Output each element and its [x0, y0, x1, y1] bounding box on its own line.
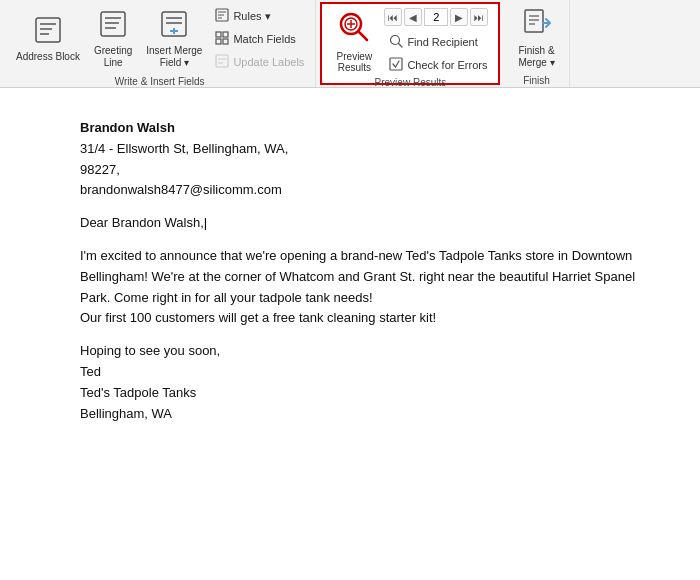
closing1-line: Hoping to see you soon,	[80, 341, 640, 362]
preview-results-controls: ⏮ ◀ ▶ ⏭ Find Recipient	[384, 8, 492, 75]
preview-results-group: PreviewResults ⏮ ◀ ▶ ⏭	[320, 2, 500, 85]
greeting-line-label: GreetingLine	[94, 45, 132, 69]
nav-page-input[interactable]	[424, 8, 448, 26]
nav-prev-button[interactable]: ◀	[404, 8, 422, 26]
nav-next-button[interactable]: ▶	[450, 8, 468, 26]
document-area: Brandon Walsh 31/4 - Ellsworth St, Belli…	[0, 88, 700, 580]
nav-last-button[interactable]: ⏭	[470, 8, 488, 26]
finish-group: Finish &Merge ▾ Finish	[504, 0, 569, 87]
find-recipient-button[interactable]: Find Recipient	[384, 32, 492, 52]
greeting-line-icon	[99, 10, 127, 43]
closing3-line: Ted's Tadpole Tanks	[80, 383, 640, 404]
find-recipient-icon	[389, 34, 403, 50]
svg-rect-19	[216, 39, 221, 44]
find-recipient-label: Find Recipient	[407, 36, 477, 48]
ribbon-toolbar: Address Block GreetingLine	[0, 0, 700, 88]
body2-line: Our first 100 customers will get a free …	[80, 308, 640, 329]
check-errors-icon	[389, 57, 403, 73]
svg-rect-31	[390, 58, 402, 70]
svg-rect-17	[216, 32, 221, 37]
address1-line: 31/4 - Ellsworth St, Bellingham, WA,	[80, 139, 640, 160]
update-labels-button[interactable]: Update Labels	[210, 52, 309, 73]
preview-results-button[interactable]: PreviewResults	[328, 8, 380, 75]
rules-button[interactable]: Rules ▾	[210, 6, 309, 27]
closing-block: Hoping to see you soon, Ted Ted's Tadpol…	[80, 341, 640, 424]
rules-label: Rules ▾	[233, 10, 270, 23]
update-labels-icon	[215, 54, 229, 71]
preview-results-group-label: Preview Results	[375, 75, 447, 88]
check-errors-label: Check for Errors	[407, 59, 487, 71]
svg-rect-34	[525, 10, 543, 32]
svg-rect-0	[36, 18, 60, 42]
svg-rect-20	[223, 39, 228, 44]
address2-line: 98227,	[80, 160, 640, 181]
rules-icon	[215, 8, 229, 25]
svg-line-30	[399, 44, 403, 48]
recipient-block: Brandon Walsh 31/4 - Ellsworth St, Belli…	[80, 118, 640, 201]
email-line: brandonwalsh8477@silicomm.com	[80, 180, 640, 201]
recipient-name-line: Brandon Walsh	[80, 118, 640, 139]
preview-results-icon	[337, 10, 371, 51]
finish-merge-label: Finish &Merge ▾	[518, 45, 554, 69]
svg-line-33	[396, 61, 400, 67]
body-block: I'm excited to announce that we're openi…	[80, 246, 640, 329]
body1-line: I'm excited to announce that we're openi…	[80, 246, 640, 308]
closing2-line: Ted	[80, 362, 640, 383]
preview-results-inner: PreviewResults ⏮ ◀ ▶ ⏭	[328, 8, 492, 75]
address-block-icon	[34, 16, 62, 49]
finish-merge-button[interactable]: Finish &Merge ▾	[512, 4, 560, 73]
address-block-button[interactable]: Address Block	[10, 4, 86, 74]
write-insert-group-label: Write & Insert Fields	[115, 74, 205, 87]
address-block-label: Address Block	[16, 51, 80, 63]
svg-rect-21	[216, 55, 228, 67]
svg-line-26	[358, 31, 367, 40]
closing4-line: Bellingham, WA	[80, 404, 640, 425]
insert-merge-field-button[interactable]: Insert MergeField ▾	[140, 4, 208, 74]
rules-column: Rules ▾ Match Fields Update Labels	[210, 6, 309, 73]
finish-group-label: Finish	[523, 73, 550, 86]
dear-line: Dear Brandon Walsh,	[80, 215, 207, 230]
match-fields-icon	[215, 31, 229, 48]
update-labels-label: Update Labels	[233, 56, 304, 68]
svg-rect-4	[101, 12, 125, 36]
nav-row: ⏮ ◀ ▶ ⏭	[384, 8, 492, 26]
salutation-block: Dear Brandon Walsh,	[80, 213, 640, 234]
match-fields-button[interactable]: Match Fields	[210, 29, 309, 50]
insert-merge-field-label: Insert MergeField ▾	[146, 45, 202, 69]
svg-rect-18	[223, 32, 228, 37]
finish-merge-icon	[522, 8, 552, 43]
nav-first-button[interactable]: ⏮	[384, 8, 402, 26]
insert-merge-field-icon	[160, 10, 188, 43]
write-insert-group: Address Block GreetingLine	[4, 0, 316, 87]
greeting-line-button[interactable]: GreetingLine	[88, 4, 138, 74]
check-errors-button[interactable]: Check for Errors	[384, 55, 492, 75]
preview-results-label: PreviewResults	[337, 51, 373, 73]
match-fields-label: Match Fields	[233, 33, 295, 45]
